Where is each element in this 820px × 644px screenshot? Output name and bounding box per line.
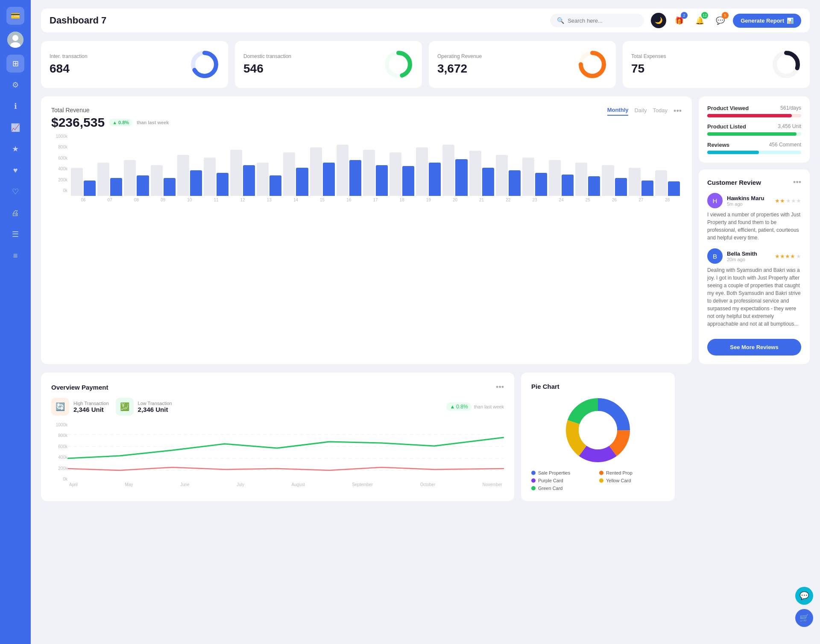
review-item-1: B Bella Smith 20m ago ★★★★★ Dealing with… (707, 248, 801, 328)
blue-bar-1 (110, 178, 122, 196)
revenue-card: Total Revenue $236,535 ▲ 0.8% than last … (41, 96, 692, 364)
tab-monthly[interactable]: Monthly (607, 107, 629, 116)
sidebar-item-settings[interactable]: ⚙ (6, 76, 24, 94)
donut-0 (190, 50, 220, 79)
gray-bar-19 (575, 163, 587, 196)
search-box[interactable]: 🔍 (550, 14, 644, 27)
payment-stats: 🔄 High Transaction 2,346 Unit 💹 Low Tran… (51, 398, 504, 416)
gray-bar-12 (390, 152, 401, 196)
gray-bar-4 (177, 155, 189, 196)
dark-mode-button[interactable]: 🌙 (651, 13, 666, 28)
sidebar-item-menu[interactable]: ☰ (6, 225, 24, 243)
review-avatar-0: H (707, 193, 723, 208)
mid-row: Total Revenue $236,535 ▲ 0.8% than last … (41, 96, 810, 364)
stat-label-0: Inter. transaction (50, 53, 88, 59)
blue-bar-21 (641, 181, 653, 196)
search-input[interactable] (568, 17, 636, 24)
gift-button[interactable]: 🎁 2 (671, 13, 687, 28)
pie-card: Pie Chart (521, 373, 675, 501)
stat-value-3: 75 (631, 62, 666, 76)
stat-label-3: Total Expenses (631, 53, 666, 59)
blue-bar-8 (296, 168, 308, 196)
gray-bar-3 (151, 165, 163, 196)
revenue-title: Total Revenue (51, 107, 169, 114)
bar-group-9 (310, 147, 335, 196)
bar-group-5 (204, 157, 228, 196)
blue-bar-0 (84, 181, 96, 196)
tab-today[interactable]: Today (653, 107, 668, 115)
revenue-badge: ▲ 0.8% (109, 119, 132, 126)
sidebar-avatar (7, 32, 23, 48)
blue-bar-12 (402, 166, 414, 196)
svg-point-1 (12, 35, 18, 41)
gray-bar-6 (230, 150, 242, 196)
bar-group-1 (97, 163, 122, 196)
payment-card: Overview Payment ••• 🔄 High Transaction … (41, 373, 514, 501)
payment-more-button[interactable]: ••• (496, 383, 504, 392)
bar-group-14 (442, 145, 467, 196)
sidebar-item-print[interactable]: 🖨 (6, 204, 24, 222)
tab-daily[interactable]: Daily (634, 107, 647, 115)
sidebar: 💳 ⊞ ⚙ ℹ 📈 ★ ♥ ♡ 🖨 ☰ ≡ (0, 0, 31, 644)
donut-2 (577, 50, 607, 79)
stat-card-inter-transaction: Inter. transaction 684 (41, 41, 228, 88)
donut-1 (384, 50, 413, 79)
bar-group-3 (151, 165, 176, 196)
metric-product-viewed: Product Viewed 561/days (707, 105, 801, 117)
gray-bar-13 (416, 147, 428, 196)
sidebar-item-analytics[interactable]: 📈 (6, 119, 24, 137)
sidebar-item-favorite[interactable]: ♥ (6, 161, 24, 179)
sidebar-item-star[interactable]: ★ (6, 140, 24, 158)
legend-sale: Sale Properties (531, 470, 597, 475)
gray-bar-14 (442, 145, 454, 196)
generate-report-button[interactable]: Generate Report 📊 (733, 14, 801, 28)
bar-group-8 (283, 152, 308, 196)
gray-bar-22 (655, 170, 667, 196)
payment-header: Overview Payment ••• (51, 383, 504, 392)
gray-bar-17 (522, 157, 534, 196)
bar-group-18 (549, 160, 574, 196)
sidebar-item-info[interactable]: ℹ (6, 97, 24, 115)
sidebar-item-list[interactable]: ≡ (6, 247, 24, 265)
stat-card-operating: Operating Revenue 3,672 (429, 41, 616, 88)
bar-group-15 (469, 151, 494, 196)
blue-bar-13 (429, 163, 441, 196)
support-button[interactable]: 💬 (795, 587, 813, 605)
blue-bar-3 (164, 178, 176, 196)
high-transaction-stat: 🔄 High Transaction 2,346 Unit (51, 398, 109, 416)
metric-product-listed: Product Listed 3,456 Unit (707, 123, 801, 136)
reviews-card: Customer Review ••• H Hawkins Maru 5m ag… (699, 169, 810, 364)
bar-group-17 (522, 157, 547, 196)
bar-group-2 (124, 160, 149, 196)
legend-rented: Rented Prop (599, 470, 665, 475)
search-icon: 🔍 (557, 17, 564, 24)
bar-group-7 (257, 163, 281, 196)
blue-bar-16 (509, 170, 521, 196)
blue-bar-9 (323, 163, 335, 196)
reviews-more-button[interactable]: ••• (793, 178, 801, 187)
blue-bar-2 (137, 175, 149, 196)
payment-badge: ▲0.8% (446, 402, 471, 411)
bar-group-13 (416, 147, 441, 196)
gray-bar-10 (337, 145, 348, 196)
bar-group-10 (337, 145, 361, 196)
gray-bar-9 (310, 147, 322, 196)
revenue-more-button[interactable]: ••• (674, 107, 682, 116)
bar-group-20 (602, 165, 627, 196)
blue-bar-20 (615, 178, 627, 196)
review-stars-1: ★★★★★ (775, 253, 801, 259)
stat-value-2: 3,672 (437, 62, 482, 76)
bell-button[interactable]: 🔔 12 (692, 13, 707, 28)
blue-bar-10 (349, 160, 361, 196)
cart-button[interactable]: 🛒 (795, 609, 813, 627)
sidebar-item-dashboard[interactable]: ⊞ (6, 55, 24, 73)
low-transaction-stat: 💹 Low Transaction 2,346 Unit (116, 398, 172, 416)
legend-green: Green Card (531, 486, 597, 491)
blue-bar-14 (455, 159, 467, 196)
sidebar-item-heart[interactable]: ♡ (6, 183, 24, 201)
see-more-reviews-button[interactable]: See More Reviews (707, 339, 801, 356)
header-actions: 🌙 🎁 2 🔔 12 💬 5 Generate Report 📊 (651, 13, 801, 28)
low-transaction-icon: 💹 (116, 398, 134, 416)
payment-line-chart: 0k 200k 400k 600k 800k 1000k (51, 423, 504, 491)
chat-button[interactable]: 💬 5 (712, 13, 728, 28)
